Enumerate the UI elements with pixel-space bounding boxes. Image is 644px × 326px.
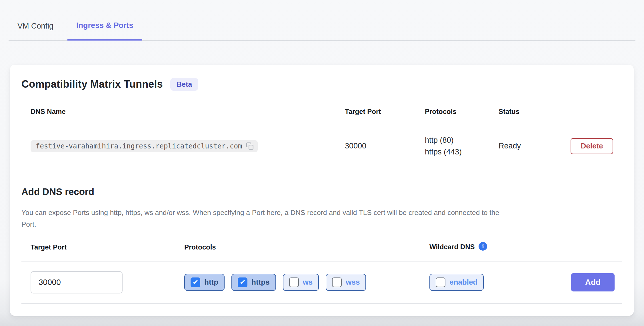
copy-icon[interactable]: [246, 142, 254, 150]
tunnels-card: Compatibility Matrix Tunnels Beta DNS Na…: [10, 65, 634, 316]
checked-checkbox-icon: ✔: [191, 277, 200, 287]
dns-name-pill: festive-varahamihira.ingress.replicatedc…: [31, 140, 258, 152]
page: VM Config Ingress & Ports Compatibility …: [0, 0, 644, 326]
description-line: You can expose Ports using http, https, …: [21, 207, 622, 218]
wildcard-dns-option: enabled: [429, 274, 571, 291]
protocol-https-checkbox[interactable]: ✔ https: [231, 274, 276, 291]
tab-ingress-ports[interactable]: Ingress & Ports: [67, 11, 142, 41]
card-header: Compatibility Matrix Tunnels Beta: [21, 77, 622, 91]
unchecked-checkbox-icon: [332, 277, 342, 287]
column-header-dns-name: DNS Name: [31, 108, 345, 116]
beta-badge: Beta: [170, 78, 198, 91]
checkbox-label: ws: [303, 278, 313, 287]
target-port-value: 30000: [345, 142, 425, 150]
unchecked-checkbox-icon: [436, 277, 445, 287]
column-header-status: Status: [499, 108, 571, 116]
tab-vm-config[interactable]: VM Config: [9, 11, 62, 41]
add-dns-title: Add DNS record: [21, 186, 622, 198]
panel-title: Compatibility Matrix Tunnels: [21, 77, 163, 91]
column-header-protocols: Protocols: [425, 108, 499, 116]
divider: [21, 167, 622, 167]
add-button[interactable]: Add: [571, 273, 615, 291]
add-dns-description: You can expose Ports using http, https, …: [21, 207, 622, 230]
protocol-options: ✔ http ✔ https ws wss: [184, 274, 429, 291]
checked-checkbox-icon: ✔: [238, 277, 247, 287]
status-value: Ready: [499, 142, 571, 150]
wildcard-dns-label: Wildcard DNS: [429, 243, 475, 251]
info-icon[interactable]: i: [479, 242, 487, 251]
tab-bar: VM Config Ingress & Ports: [9, 0, 635, 41]
wildcard-enabled-checkbox[interactable]: enabled: [429, 274, 484, 291]
protocol-value: http (80): [425, 134, 499, 146]
table-row: festive-varahamihira.ingress.replicatedc…: [21, 125, 622, 167]
dns-name-value: festive-varahamihira.ingress.replicatedc…: [36, 142, 242, 150]
add-form-row: ✔ http ✔ https ws wss enabled Add: [21, 262, 622, 293]
form-header-target-port: Target Port: [31, 243, 184, 251]
protocol-ws-checkbox[interactable]: ws: [283, 274, 319, 291]
checkbox-label: https: [251, 278, 270, 287]
add-form-header: Target Port Protocols Wildcard DNSi: [21, 243, 622, 252]
form-header-wildcard-dns: Wildcard DNSi: [429, 243, 571, 252]
target-port-input[interactable]: [31, 271, 123, 293]
unchecked-checkbox-icon: [289, 277, 299, 287]
protocol-wss-checkbox[interactable]: wss: [326, 274, 366, 291]
checkbox-label: enabled: [449, 278, 477, 287]
protocol-http-checkbox[interactable]: ✔ http: [184, 274, 225, 291]
divider: [21, 303, 622, 304]
tunnels-table-header: DNS Name Target Port Protocols Status: [21, 108, 622, 125]
column-header-target-port: Target Port: [345, 108, 425, 116]
form-header-protocols: Protocols: [184, 243, 429, 251]
checkbox-label: wss: [346, 278, 360, 287]
protocol-value: https (443): [425, 146, 499, 158]
checkbox-label: http: [204, 278, 218, 287]
delete-tunnel-button[interactable]: Delete: [571, 138, 613, 154]
tunnels-table-body: festive-varahamihira.ingress.replicatedc…: [21, 125, 622, 167]
description-line: Port.: [21, 218, 622, 230]
